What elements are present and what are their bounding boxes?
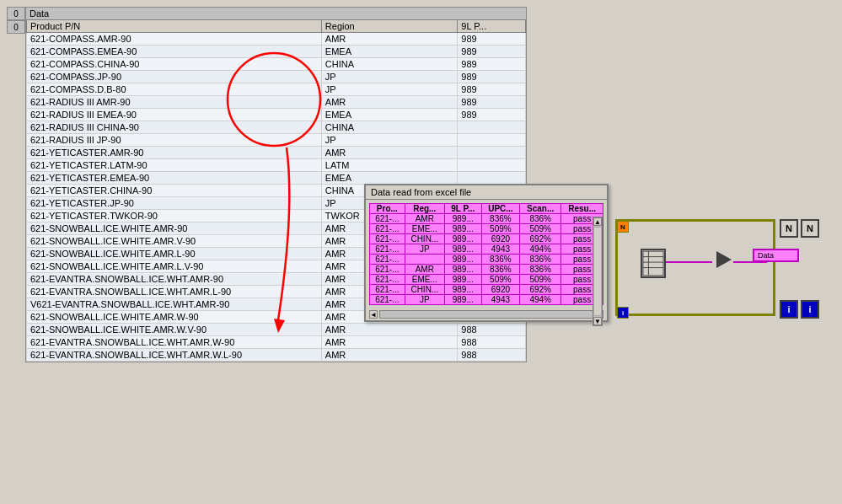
index-column: 0 0	[7, 7, 25, 34]
excel-table-row: 621-...CHIN...989...6920692%pass	[370, 285, 603, 295]
table-row: 621-RADIUS III CHINA-90CHINA	[27, 121, 526, 134]
excel-cell: EME...	[405, 224, 444, 234]
excel-cell: 989...	[444, 295, 481, 305]
scroll-left-arrow[interactable]: ◄	[369, 310, 378, 319]
excel-table-row: 621-...AMR989...836%836%pass	[370, 265, 603, 275]
excel-cell: CHIN...	[405, 234, 444, 244]
lv-for-loop	[615, 219, 775, 316]
excel-col-header: Scan...	[520, 204, 561, 214]
excel-popup: Data read from excel file Pro...Reg...9L…	[364, 184, 609, 322]
excel-data-table: Pro...Reg...9L P...UPC...Scan...Resu... …	[369, 203, 603, 305]
excel-cell: 621-...	[370, 224, 405, 234]
cell-product: 621-SNOWBALL.ICE.WHITE.AMR.L-90	[27, 248, 322, 260]
cell-product: 621-YETICASTER.JP-90	[27, 197, 322, 210]
cell-region: CHINA	[321, 121, 457, 134]
excel-cell: 509%	[520, 275, 561, 285]
col-header-region: Region	[321, 20, 457, 33]
table-row: 621-RADIUS III JP-90JP	[27, 134, 526, 147]
cell-product: 621-EVANTRA.SNOWBALL.ICE.WHT.AMR-90	[27, 273, 322, 286]
table-row: 621-SNOWBALL.ICE.WHITE.AMR.W.V-90AMR988	[27, 324, 526, 336]
table-row: 621-YETICASTER.AMR-90AMR	[27, 147, 526, 159]
table-row: 621-COMPASS.CHINA-90CHINA989	[27, 58, 526, 71]
lv-i-label: i	[780, 300, 798, 319]
cell-product: 621-COMPASS.CHINA-90	[27, 58, 322, 71]
cell-region: AMR	[321, 336, 457, 349]
cell-val	[458, 147, 526, 159]
table-row: 621-EVANTRA.SNOWBALL.ICE.WHT.AMR.W.L-90A…	[27, 349, 526, 362]
excel-table-wrapper: Pro...Reg...9L P...UPC...Scan...Resu... …	[366, 200, 607, 308]
excel-scrollbar-v[interactable]: ▲ ▼	[593, 217, 603, 326]
cell-region: AMR	[321, 349, 457, 362]
excel-cell: CHIN...	[405, 285, 444, 295]
excel-cell: AMR	[405, 265, 444, 275]
scroll-up-arrow[interactable]: ▲	[593, 217, 602, 226]
excel-scrollbar-h[interactable]: ◄ ►	[366, 308, 607, 320]
cell-val: 989	[458, 71, 526, 83]
table-row: 621-RADIUS III EMEA-90EMEA989	[27, 109, 526, 121]
excel-cell: 836%	[520, 255, 561, 265]
cell-product: 621-EVANTRA.SNOWBALL.ICE.WHT.AMR.W-90	[27, 336, 322, 349]
cell-region: JP	[321, 71, 457, 83]
cell-product: 621-SNOWBALL.ICE.WHITE.AMR-90	[27, 223, 322, 235]
cell-region: AMR	[321, 33, 457, 46]
index-0: 0	[7, 7, 25, 20]
lv-n-terminal: N	[617, 221, 629, 233]
table-row: 621-COMPASS.JP-90JP989	[27, 71, 526, 83]
excel-cell: 989...	[444, 214, 481, 224]
excel-cell: 989...	[444, 265, 481, 275]
excel-cell: 692%	[520, 285, 561, 295]
excel-cell: 621-...	[370, 265, 405, 275]
excel-cell: JP	[405, 295, 444, 305]
cell-product: 621-RADIUS III EMEA-90	[27, 109, 322, 121]
excel-table-row: 621-...JP989...4943494%pass	[370, 244, 603, 255]
index-1: 0	[7, 20, 25, 34]
panel-title: Data	[26, 8, 526, 19]
excel-table-row: 621-...CHIN...989...6920692%pass	[370, 234, 603, 244]
svg-rect-0	[643, 251, 663, 276]
excel-cell: 621-...	[370, 295, 405, 305]
cell-val: 989	[458, 96, 526, 109]
cell-product: 621-EVANTRA.SNOWBALL.ICE.WHT.AMR.L-90	[27, 286, 322, 298]
cell-product: V621-EVANTRA.SNOWBALL.ICE.WHT.AMR-90	[27, 298, 322, 311]
excel-cell: 621-...	[370, 214, 405, 224]
excel-cell: 989...	[444, 244, 481, 255]
cell-val: 989	[458, 33, 526, 46]
cell-val	[458, 159, 526, 172]
cell-val: 988	[458, 336, 526, 349]
scroll-down-arrow[interactable]: ▼	[593, 317, 602, 325]
excel-table-row: 621-...EME...989...509%509%pass	[370, 275, 603, 285]
cell-product: 621-RADIUS III CHINA-90	[27, 121, 322, 134]
lv-diagram: N i N N i i Data	[615, 219, 834, 320]
cell-product: 621-EVANTRA.SNOWBALL.ICE.WHT.AMR.W.L-90	[27, 349, 322, 362]
excel-cell: 4943	[481, 244, 520, 255]
lv-wire-1	[666, 261, 712, 263]
excel-table-row: 621-...JP989...4943494%pass	[370, 295, 603, 305]
lv-spreadsheet-block	[641, 249, 666, 278]
cell-val	[458, 121, 526, 134]
excel-cell: 989...	[444, 275, 481, 285]
col-header-9l: 9L P...	[458, 20, 526, 33]
excel-cell: 509%	[520, 224, 561, 234]
cell-product: 621-COMPASS.AMR-90	[27, 33, 322, 46]
table-row: 621-COMPASS.AMR-90AMR989	[27, 33, 526, 46]
excel-table-row: 621-...989...836%836%pass	[370, 255, 603, 265]
excel-popup-title: Data read from excel file	[366, 185, 607, 200]
table-row: 621-YETICASTER.EMEA-90EMEA	[27, 172, 526, 185]
excel-cell: 621-...	[370, 255, 405, 265]
table-row: 621-EVANTRA.SNOWBALL.ICE.WHT.AMR.W-90AMR…	[27, 336, 526, 349]
cell-region: EMEA	[321, 109, 457, 121]
excel-cell: 4943	[481, 295, 520, 305]
excel-cell: 836%	[481, 265, 520, 275]
excel-cell: 621-...	[370, 234, 405, 244]
cell-region: CHINA	[321, 58, 457, 71]
cell-region: JP	[321, 83, 457, 96]
lv-i-label-2: i	[801, 300, 819, 319]
excel-cell: 989...	[444, 224, 481, 234]
excel-cell: 836%	[481, 214, 520, 224]
cell-product: 621-COMPASS.D.B-80	[27, 83, 322, 96]
excel-col-header: Resu...	[561, 204, 603, 214]
table-row: 621-YETICASTER.LATM-90LATM	[27, 159, 526, 172]
excel-cell: JP	[405, 244, 444, 255]
excel-cell: 621-...	[370, 285, 405, 295]
excel-cell: 621-...	[370, 275, 405, 285]
